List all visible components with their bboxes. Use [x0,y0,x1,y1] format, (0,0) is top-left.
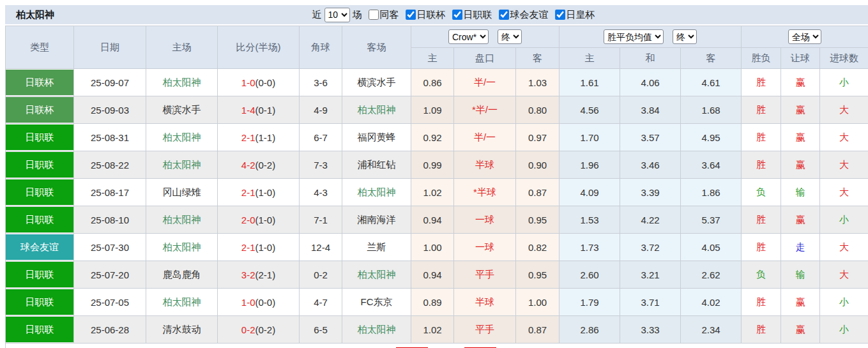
match-result: 胜 [756,159,766,170]
asia-home-odds: 0.94 [423,215,441,225]
asia-time-select[interactable]: 终 [498,29,522,44]
goals-cell: 大 [820,261,868,289]
eu-home-odds: 2.86 [580,324,598,335]
full-score: 2-1 [241,187,255,198]
eu-home-odds: 1.79 [580,297,598,308]
europe-time-select[interactable]: 终 [673,29,697,44]
score-cell: 2-0(1-0) [218,206,300,234]
col-eu-home: 主 [560,48,620,69]
home-team-cell: 柏太阳神 [146,206,218,234]
home-team: 柏太阳神 [163,214,201,225]
eu-away-odds-cell: 4.95 [681,124,742,151]
same-away-checkbox[interactable] [369,10,379,20]
asia-away-odds-cell: 0.90 [516,151,560,179]
home-team-cell: 柏太阳神 [146,234,218,261]
asia-home-odds-cell: 1.00 [411,234,454,261]
corner-cell: 6-5 [300,316,342,344]
away-team: 浦和红钻 [358,159,396,170]
score-cell: 1-4(0-1) [218,96,300,124]
asia-home-odds: 0.92 [423,132,441,143]
col-away: 客场 [342,26,411,69]
asia-home-odds-cell: 0.86 [411,69,454,96]
match-result: 负 [756,186,766,197]
handicap-result-cell: 赢 [781,316,820,344]
result-cell: 胜 [742,234,781,261]
date-cell: 25-08-17 [74,179,146,206]
match-date: 25-06-28 [91,324,129,335]
result-cell: 负 [742,179,781,206]
half-score: (1-0) [255,187,276,198]
goals-result: 小 [839,296,849,307]
match-result: 胜 [756,77,766,87]
club-friendly-checkbox[interactable] [499,10,509,20]
eu-home-odds: 2.60 [580,269,598,280]
col-handicap-result: 让球 [781,48,820,69]
home-team: 柏太阳神 [163,77,201,87]
filter-emperor-cup: 日皇杯 [552,9,595,21]
asia-home-odds: 0.89 [423,297,441,308]
eu-away-odds: 1.86 [701,187,720,198]
asia-home-odds: 0.94 [423,269,441,280]
asia-home-odds-cell: 1.02 [411,316,454,344]
home-team-cell: 柏太阳神 [146,289,218,316]
europe-type-select[interactable]: 胜平负均值 [604,29,664,44]
asia-away-odds: 0.80 [528,105,547,116]
eu-draw-odds-cell: 3.46 [620,151,681,179]
result-cell: 胜 [742,289,781,316]
full-score: 2-1 [241,242,255,253]
j-league-checkbox[interactable] [452,10,462,20]
asia-handicap-cell: 半球 [454,151,516,179]
full-score: 1-4 [241,105,255,116]
col-goals: 进球数 [820,48,868,69]
goals-cell: 小 [820,69,868,96]
table-row: 日联杯25-09-03横滨水手1-4(0-1)4-9柏太阳神1.09*半/一0.… [6,96,868,124]
eu-draw-odds: 3.21 [641,269,659,280]
summary-row: 近10场,胜8平0负2, 胜率: 80% 赢率: 70% 大:60% 单率:70… [6,344,868,348]
corner-cell: 12-4 [300,234,342,261]
asia-home-odds: 1.02 [423,187,441,198]
match-count-select[interactable]: 10 [324,8,350,22]
match-date: 25-09-07 [91,77,129,88]
home-team: 柏太阳神 [163,159,201,170]
home-team-cell: 柏太阳神 [146,69,218,96]
corner-count: 4-3 [314,187,328,198]
eu-away-odds-cell: 2.62 [681,261,742,289]
half-score: (0-2) [255,160,276,170]
asia-handicap-cell: *半球 [454,179,516,206]
table-row: 日联杯25-09-07柏太阳神1-0(0-0)3-6横滨水手0.86半/一1.0… [6,69,868,96]
league-badge: 日职联 [6,262,73,287]
goals-cell: 小 [820,316,868,344]
goals-cell: 小 [820,289,868,316]
away-team-cell: 兰斯 [342,234,411,261]
date-cell: 25-07-30 [74,234,146,261]
eu-home-odds: 1.96 [580,160,598,170]
col-eu-draw: 和 [620,48,681,69]
asia-away-odds-cell: 0.95 [516,206,560,234]
bookmaker-select[interactable]: Crow* [448,29,489,44]
date-cell: 25-08-10 [74,206,146,234]
scope-select[interactable]: 全场 [788,29,821,44]
result-cell: 胜 [742,69,781,96]
eu-draw-odds: 3.33 [641,324,659,335]
asia-away-odds-cell: 0.97 [516,124,560,151]
corner-count: 7-1 [314,215,328,225]
eu-away-odds-cell: 2.34 [681,316,742,344]
league-cell: 日职联 [6,151,74,179]
table-row: 球会友谊25-07-30柏太阳神2-1(1-0)12-4兰斯1.00一球0.82… [6,234,868,261]
corner-count: 6-5 [314,324,328,335]
goals-cell: 小 [820,206,868,234]
score-cell: 3-2(2-1) [218,261,300,289]
corner-count: 4-9 [314,105,328,116]
table-row: 日职联25-06-28清水鼓动0-2(0-2)6-5柏太阳神1.02平手0.87… [6,316,868,344]
eu-away-odds: 5.37 [701,215,720,225]
league-cup-checkbox[interactable] [406,10,416,20]
full-score: 3-2 [241,269,255,280]
asia-home-odds-cell: 0.89 [411,289,454,316]
corner-count: 3-6 [314,77,328,88]
emperor-cup-checkbox[interactable] [555,10,565,20]
corner-count: 4-7 [314,297,328,308]
goals-result: 小 [839,77,849,87]
home-team: 柏太阳神 [163,132,201,142]
handicap-result: 赢 [796,159,805,170]
asia-handicap-cell: 平手 [454,261,516,289]
